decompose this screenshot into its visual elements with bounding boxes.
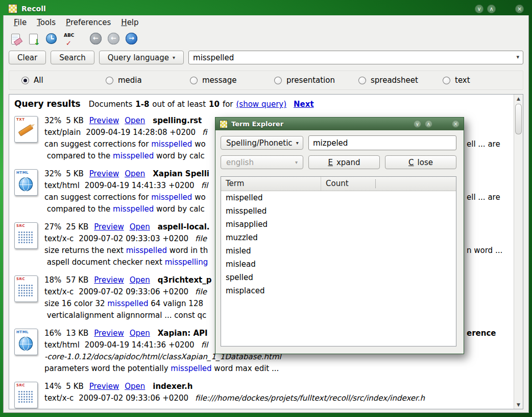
open-link[interactable]: Open — [125, 169, 145, 178]
titlebar[interactable]: Recoll ∨ ∧ × — [3, 2, 529, 15]
scroll-down-icon[interactable]: ▼ — [514, 401, 523, 409]
dialog-close-button[interactable]: × — [452, 120, 460, 128]
preview-link[interactable]: Preview — [89, 169, 119, 178]
menu-tools[interactable]: Tools — [37, 18, 56, 27]
close-button[interactable]: × — [515, 5, 524, 13]
preview-link[interactable]: Preview — [89, 116, 119, 125]
term-row[interactable]: misplaced — [221, 284, 456, 297]
query-language-dropdown[interactable]: Query language ▾ — [99, 51, 184, 64]
file-size: 5 KB — [66, 116, 83, 125]
term-row[interactable]: muzzled — [221, 231, 456, 244]
menu-help[interactable]: Help — [121, 18, 138, 27]
recoll-app-icon — [8, 4, 17, 13]
expand-button[interactable]: Expand — [308, 155, 380, 169]
term-table: Term Count mispelledmisspelledmisapplied… — [221, 176, 456, 346]
open-link[interactable]: Open — [125, 116, 145, 125]
chevron-down-icon: ▾ — [173, 55, 175, 60]
result-title: aspell-local. — [158, 222, 210, 231]
clear-button[interactable]: Clear — [9, 51, 46, 64]
query-input[interactable] — [188, 51, 523, 64]
file-type-badge: HTML — [16, 330, 29, 334]
mime-type: text/x-c — [44, 393, 74, 403]
filter-text[interactable]: text — [443, 76, 527, 85]
src-file-icon: SRC — [14, 222, 38, 249]
doc-url: file — [195, 287, 207, 296]
prev-page-icon[interactable]: ← — [107, 32, 121, 46]
search-combobox[interactable]: ▾ — [188, 51, 523, 64]
filter-message[interactable]: message — [190, 76, 274, 85]
open-link[interactable]: Open — [125, 382, 145, 391]
term-match-type-dropdown[interactable]: Spelling/Phonetic ▾ — [221, 136, 303, 150]
query-dropdown-arrow-icon[interactable]: ▾ — [516, 54, 519, 60]
open-link[interactable]: Open — [130, 275, 150, 285]
search-button[interactable]: Search — [51, 51, 94, 64]
open-link[interactable]: Open — [130, 222, 150, 231]
snippet-text: aspell document checker next — [44, 258, 165, 267]
show-query-link[interactable]: (show query) — [236, 100, 287, 109]
term-row[interactable]: misled — [221, 244, 456, 258]
filter-row: Allmediamessagepresentationspreadsheette… — [9, 71, 523, 90]
result-title: Xapian: API — [158, 329, 208, 338]
radio-icon — [358, 77, 366, 84]
snippet-text: word by calc — [154, 204, 204, 214]
history-icon[interactable] — [44, 32, 59, 46]
filter-spreadsheet[interactable]: spreadsheet — [358, 76, 443, 85]
scrollbar-thumb[interactable] — [515, 104, 522, 134]
term-input[interactable] — [308, 135, 456, 150]
result-item: SRC14%5 KBPreviewOpenindexer.htext/x-c20… — [14, 381, 507, 409]
count-column-header[interactable]: Count — [321, 177, 456, 191]
window-title: Recoll — [21, 5, 46, 13]
dialog-maximize-button[interactable]: ∧ — [425, 120, 432, 128]
menu-file[interactable]: File — [14, 18, 27, 27]
file-size: 13 KB — [66, 329, 88, 338]
documents-label: Documents — [89, 100, 133, 109]
results-scrollbar[interactable]: ▲ ▼ — [514, 95, 523, 409]
term-explorer-row-2: english ▾ Expand Close — [221, 155, 456, 169]
documents-range: 1-8 — [135, 100, 149, 109]
term-column-header[interactable]: Term — [221, 177, 321, 191]
snippet-right-fragment: ell ... are — [467, 192, 500, 203]
chevron-down-icon: ▾ — [295, 159, 298, 165]
update-index-icon[interactable]: ↓ — [27, 32, 41, 46]
term-list: mispelledmisspelledmisappliedmuzzledmisl… — [221, 191, 456, 346]
doc-date: 2009-07-02 09:33:06 +0200 — [79, 287, 188, 296]
first-page-icon[interactable]: ← — [89, 32, 103, 46]
doc-date: 2009-07-02 09:33:03 +0200 — [79, 234, 188, 243]
erase-search-icon[interactable] — [9, 32, 23, 46]
doc-url: fi — [202, 128, 207, 137]
menu-preferences[interactable]: Preferences — [66, 18, 111, 27]
preview-link[interactable]: Preview — [94, 329, 124, 338]
radio-icon — [21, 77, 29, 84]
preview-link[interactable]: Preview — [94, 222, 124, 231]
term-row[interactable]: mislead — [221, 258, 456, 271]
snippet-text: can suggest corrections for — [44, 140, 151, 149]
dialog-shade-button[interactable]: ∨ — [414, 120, 421, 128]
next-page-icon[interactable]: → — [125, 32, 139, 46]
mime-type: text/plain — [44, 128, 81, 137]
open-link[interactable]: Open — [130, 329, 150, 338]
filter-presentation[interactable]: presentation — [274, 76, 358, 85]
window-buttons: ∨ ∧ × — [475, 5, 524, 13]
documents-total: 10 — [209, 100, 220, 109]
preview-link[interactable]: Preview — [89, 382, 119, 391]
term-row[interactable]: mispelled — [221, 191, 456, 204]
relevance-percent: 27% — [44, 222, 61, 231]
term-row[interactable]: misapplied — [221, 218, 456, 231]
maximize-button[interactable]: ∧ — [487, 5, 496, 13]
term-row[interactable]: spelled — [221, 271, 456, 284]
filter-all[interactable]: All — [21, 76, 106, 85]
file-type-badge: SRC — [16, 277, 25, 281]
next-page-link[interactable]: Next — [294, 100, 314, 109]
result-title: Xapian Spelli — [153, 169, 209, 178]
term-row[interactable]: misspelled — [221, 204, 456, 218]
snippet-text: verticalalignment alignnormal ... const … — [44, 311, 206, 320]
preview-link[interactable]: Preview — [94, 275, 124, 285]
scroll-up-icon[interactable]: ▲ — [514, 95, 523, 103]
term-explorer-titlebar[interactable]: Term Explorer ∨ ∧ × — [215, 118, 464, 130]
spellcheck-icon[interactable]: ABC✓ — [62, 32, 77, 46]
snippet-text: compared to the — [44, 204, 113, 214]
shade-button[interactable]: ∨ — [475, 5, 483, 13]
filter-media[interactable]: media — [106, 76, 190, 85]
term-explorer-row-1: Spelling/Phonetic ▾ — [221, 135, 456, 150]
close-dialog-button[interactable]: Close — [385, 155, 456, 169]
